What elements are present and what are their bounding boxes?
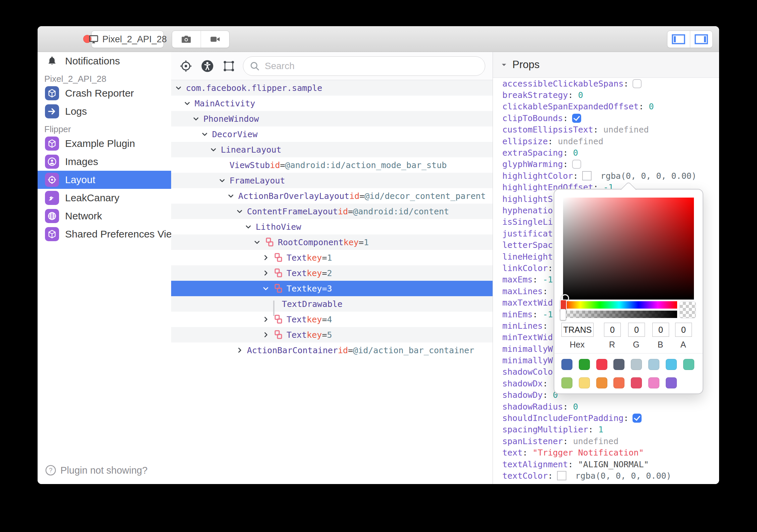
- tree-node-viewstub[interactable]: ViewStub id=@android:id/action_mode_bar_…: [171, 157, 493, 173]
- screenshot-button[interactable]: [172, 31, 201, 48]
- tree-node-text[interactable]: Text key=3: [171, 281, 493, 296]
- sidebar-item-crash-reporter[interactable]: Crash Reporter: [38, 84, 171, 102]
- prop-key: maxEms: [502, 275, 533, 284]
- cube-icon: [45, 227, 59, 241]
- preset-color-swatch[interactable]: [666, 359, 677, 370]
- chevron-down-icon[interactable]: [244, 223, 256, 231]
- chevron-right-icon[interactable]: [262, 269, 273, 277]
- chevron-down-icon[interactable]: [236, 207, 247, 215]
- chevron-down-icon[interactable]: [209, 146, 221, 154]
- tree-node-actionbarcontainer[interactable]: ActionBarContainer id=@id/action_bar_con…: [171, 342, 493, 358]
- prop-key: shadowDx: [502, 379, 543, 388]
- chevron-right-icon[interactable]: [236, 346, 247, 354]
- sidebar-item-layout[interactable]: Layout: [38, 171, 171, 189]
- b-label: B: [652, 340, 668, 350]
- tree-node-actionbaroverlaylayout[interactable]: ActionBarOverlayLayout id=@id/decor_cont…: [171, 188, 493, 204]
- preset-color-swatch[interactable]: [596, 377, 607, 388]
- node-attr-equals: =: [322, 268, 327, 278]
- tree-node-phonewindow[interactable]: PhoneWindow: [171, 111, 493, 126]
- tree-node-textdrawable[interactable]: TextDrawable: [171, 296, 493, 312]
- chevron-down-icon[interactable]: [262, 284, 273, 292]
- sidebar-item-notifications[interactable]: Notifications: [38, 52, 171, 70]
- tree-node-text[interactable]: Text key=2: [171, 265, 493, 281]
- hue-slider[interactable]: [561, 301, 677, 309]
- checkbox-checked[interactable]: [633, 414, 642, 423]
- sidebar-item-shared-preferences-viewer[interactable]: Shared Preferences Viewer: [38, 225, 171, 243]
- target-mode-button[interactable]: [179, 59, 193, 73]
- hex-input[interactable]: TRANS: [561, 323, 594, 337]
- alpha-handle[interactable]: [560, 309, 566, 320]
- chevron-down-icon[interactable]: [192, 115, 203, 123]
- preset-color-swatch[interactable]: [613, 377, 624, 388]
- tree-node-framelayout[interactable]: FrameLayout: [171, 173, 493, 188]
- chevron-down-icon[interactable]: [253, 238, 264, 246]
- chevron-right-icon[interactable]: [262, 254, 273, 262]
- preset-color-swatch[interactable]: [579, 359, 590, 370]
- preset-color-swatch[interactable]: [596, 359, 607, 370]
- tree-node-com.facebook.flipper.sample[interactable]: com.facebook.flipper.sample: [171, 80, 493, 96]
- preset-color-swatch[interactable]: [579, 377, 590, 388]
- cube-icon: [45, 86, 59, 100]
- preset-color-swatch[interactable]: [613, 359, 624, 370]
- tree-node-decorview[interactable]: DecorView: [171, 126, 493, 142]
- preset-color-swatch[interactable]: [561, 377, 572, 388]
- preset-color-swatch[interactable]: [631, 377, 642, 388]
- accessibility-mode-button[interactable]: [201, 59, 214, 73]
- chevron-down-icon[interactable]: [183, 99, 195, 107]
- chevron-down-icon[interactable]: [174, 84, 186, 92]
- chevron-down-icon: [500, 61, 508, 68]
- tree-node-rootcomponent[interactable]: RootComponent key=1: [171, 234, 493, 250]
- color-swatch-button[interactable]: [582, 171, 592, 180]
- sidebar-item-logs[interactable]: Logs: [38, 102, 171, 120]
- prop-colon: :: [573, 171, 578, 181]
- prop-key: glyphWarming: [502, 159, 563, 169]
- alpha-slider[interactable]: [561, 311, 677, 318]
- saturation-value-area[interactable]: [563, 198, 694, 300]
- toggle-left-panel-button[interactable]: [667, 31, 690, 48]
- sidebar-section-label: Pixel_2_API_28: [38, 70, 171, 84]
- tree-node-lithoview[interactable]: LithoView: [171, 219, 493, 234]
- sidebar-item-example-plugin[interactable]: Example Plugin: [38, 135, 171, 153]
- node-attr-value: @id/action_bar_container: [353, 345, 474, 355]
- device-selector-button[interactable]: Pixel_2_API_28: [91, 31, 164, 48]
- preset-color-swatch[interactable]: [561, 359, 572, 370]
- tree-node-mainactivity[interactable]: MainActivity: [171, 96, 493, 111]
- node-attr-value: @android:id/action_mode_bar_stub: [285, 160, 447, 170]
- tree-node-text[interactable]: Text key=4: [171, 312, 493, 327]
- chevron-right-icon[interactable]: [262, 315, 273, 323]
- preset-color-swatch[interactable]: [648, 359, 659, 370]
- screen-record-button[interactable]: [201, 31, 230, 48]
- tree-node-text[interactable]: Text key=1: [171, 250, 493, 265]
- tree-node-linearlayout[interactable]: LinearLayout: [171, 142, 493, 157]
- node-attr-equals: =: [322, 315, 327, 324]
- chevron-down-icon[interactable]: [201, 130, 212, 138]
- prop-key: text: [502, 448, 522, 458]
- toggle-right-panel-button[interactable]: [690, 31, 713, 48]
- preset-color-swatch[interactable]: [683, 359, 694, 370]
- tree-node-contentframelayout[interactable]: ContentFrameLayout id=@android:id/conten…: [171, 204, 493, 219]
- tree-node-text[interactable]: Text key=5: [171, 327, 493, 342]
- preset-color-swatch[interactable]: [648, 377, 659, 388]
- alpha-input[interactable]: 0: [675, 323, 692, 337]
- checkbox-unchecked[interactable]: [633, 79, 642, 88]
- sidebar-item-leakcanary[interactable]: LeakCanary: [38, 189, 171, 207]
- chevron-right-icon[interactable]: [262, 331, 273, 339]
- sidebar-item-images[interactable]: Images: [38, 153, 171, 171]
- red-input[interactable]: 0: [604, 323, 621, 337]
- checkbox-unchecked[interactable]: [572, 160, 581, 169]
- select-element-button[interactable]: [222, 59, 236, 73]
- node-attr-equals: =: [359, 237, 364, 247]
- preset-color-swatch[interactable]: [631, 359, 642, 370]
- search-input[interactable]: [264, 60, 454, 72]
- prop-colon: :: [563, 148, 568, 158]
- blue-input[interactable]: 0: [652, 323, 669, 337]
- chevron-down-icon[interactable]: [218, 176, 230, 184]
- props-header[interactable]: Props: [493, 52, 719, 78]
- color-swatch-button[interactable]: [557, 471, 566, 480]
- checkbox-checked[interactable]: [572, 114, 581, 123]
- chevron-down-icon[interactable]: [227, 192, 238, 200]
- sidebar-item-network[interactable]: Network: [38, 207, 171, 225]
- green-input[interactable]: 0: [628, 323, 645, 337]
- preset-color-swatch[interactable]: [666, 377, 677, 388]
- plugin-help-link[interactable]: ? Plugin not showing?: [45, 465, 148, 476]
